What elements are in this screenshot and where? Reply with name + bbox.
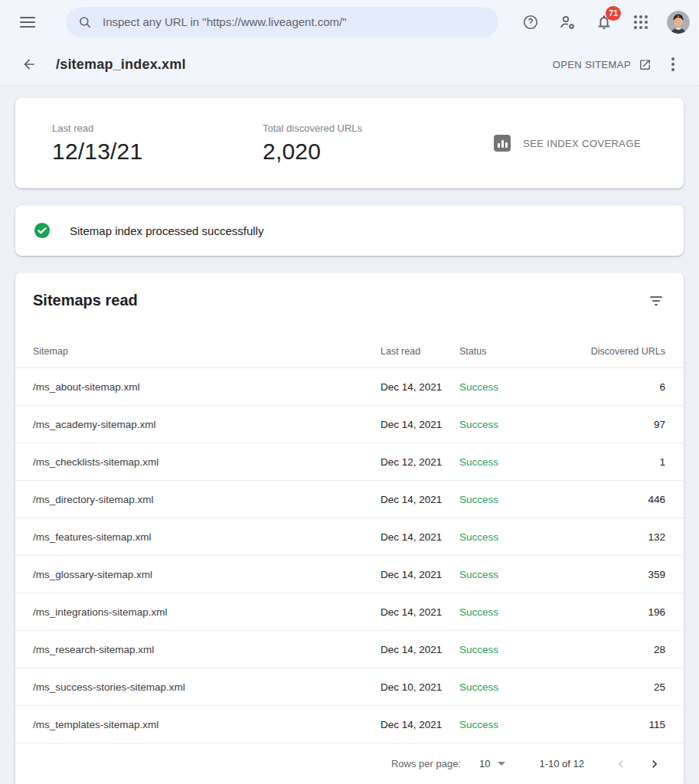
last-read-stat: Last read 12/13/21 bbox=[52, 122, 263, 165]
last-read-date: Dec 14, 2021 bbox=[381, 381, 459, 393]
apps-grid-button[interactable] bbox=[630, 11, 652, 33]
status-badge: Success bbox=[459, 419, 547, 430]
status-banner-message: Sitemap index processed successfully bbox=[70, 224, 263, 237]
total-urls-label: Total discovered URLs bbox=[263, 122, 362, 134]
last-read-date: Dec 10, 2021 bbox=[381, 681, 459, 693]
status-badge: Success bbox=[459, 381, 547, 393]
sitemap-path: /ms_directory-sitemap.xml bbox=[33, 494, 381, 505]
discovered-urls-count: 1 bbox=[547, 456, 665, 468]
last-read-date: Dec 14, 2021 bbox=[381, 644, 459, 655]
see-index-coverage-label: SEE INDEX COVERAGE bbox=[523, 138, 641, 149]
status-badge: Success bbox=[459, 569, 547, 580]
sitemap-path: /ms_about-sitemap.xml bbox=[33, 381, 381, 393]
last-read-date: Dec 14, 2021 bbox=[381, 606, 459, 618]
filter-button[interactable] bbox=[647, 293, 665, 309]
table-row[interactable]: /ms_glossary-sitemap.xml Dec 14, 2021 Su… bbox=[15, 556, 684, 593]
table-column-headers: Sitemap Last read Status Discovered URLs bbox=[15, 311, 684, 368]
open-sitemap-button[interactable]: OPEN SITEMAP bbox=[553, 58, 652, 71]
topbar-actions: 71 bbox=[520, 11, 690, 34]
sitemap-path: /ms_glossary-sitemap.xml bbox=[33, 569, 381, 580]
last-read-date: Dec 14, 2021 bbox=[381, 494, 459, 505]
sitemap-path: /ms_features-sitemap.xml bbox=[33, 531, 381, 543]
pagination-range: 1-10 of 12 bbox=[539, 758, 584, 769]
hamburger-menu-button[interactable] bbox=[17, 11, 38, 33]
back-arrow-icon bbox=[21, 57, 37, 72]
sitemaps-read-card: Sitemaps read Sitemap Last read Status D… bbox=[15, 273, 684, 784]
kebab-menu-icon bbox=[671, 57, 675, 71]
table-pagination: Rows per page: 10 1-10 of 12 bbox=[15, 743, 684, 784]
bar-chart-icon bbox=[494, 135, 511, 152]
sitemap-path: /ms_academy-sitemap.xml bbox=[33, 419, 381, 430]
last-read-label: Last read bbox=[52, 122, 263, 134]
discovered-urls-count: 132 bbox=[547, 531, 665, 543]
last-read-value: 12/13/21 bbox=[52, 139, 263, 165]
status-badge: Success bbox=[459, 606, 547, 618]
total-urls-value: 2,020 bbox=[263, 139, 362, 165]
table-row[interactable]: /ms_research-sitemap.xml Dec 14, 2021 Su… bbox=[15, 631, 684, 668]
see-index-coverage-button[interactable]: SEE INDEX COVERAGE bbox=[494, 135, 641, 152]
hamburger-menu-icon bbox=[20, 17, 35, 28]
rows-per-page-value[interactable]: 10 bbox=[479, 758, 490, 769]
status-badge: Success bbox=[459, 531, 547, 543]
help-icon bbox=[522, 14, 539, 31]
table-row[interactable]: /ms_success-stories-sitemap.xml Dec 10, … bbox=[15, 668, 684, 706]
page-title: /sitemap_index.xml bbox=[56, 57, 186, 73]
apps-grid-icon bbox=[634, 15, 648, 29]
sitemap-path: /ms_success-stories-sitemap.xml bbox=[33, 681, 381, 693]
status-badge: Success bbox=[459, 644, 547, 655]
column-header-status: Status bbox=[459, 346, 547, 357]
discovered-urls-count: 196 bbox=[547, 606, 665, 618]
check-circle-icon bbox=[34, 222, 51, 239]
discovered-urls-count: 97 bbox=[547, 419, 665, 430]
last-read-date: Dec 14, 2021 bbox=[381, 719, 459, 730]
table-row[interactable]: /ms_templates-sitemap.xml Dec 14, 2021 S… bbox=[15, 706, 684, 743]
discovered-urls-count: 6 bbox=[547, 381, 665, 393]
sitemap-path: /ms_research-sitemap.xml bbox=[33, 644, 381, 655]
top-app-bar: 71 bbox=[0, 0, 699, 44]
chevron-left-icon bbox=[613, 756, 629, 772]
notifications-button[interactable]: 71 bbox=[593, 11, 615, 33]
page-header: /sitemap_index.xml OPEN SITEMAP bbox=[0, 44, 699, 86]
back-button[interactable] bbox=[18, 54, 40, 75]
discovered-urls-count: 359 bbox=[547, 569, 665, 580]
column-header-sitemap: Sitemap bbox=[33, 346, 381, 357]
status-badge: Success bbox=[459, 681, 547, 693]
more-options-button[interactable] bbox=[662, 54, 684, 75]
open-sitemap-label: OPEN SITEMAP bbox=[553, 59, 631, 70]
user-settings-button[interactable] bbox=[557, 11, 578, 33]
filter-icon bbox=[650, 296, 662, 298]
help-button[interactable] bbox=[520, 11, 541, 33]
last-read-date: Dec 12, 2021 bbox=[381, 456, 459, 468]
url-inspect-searchbar[interactable] bbox=[66, 7, 498, 38]
discovered-urls-count: 28 bbox=[547, 644, 665, 655]
column-header-discovered-urls: Discovered URLs bbox=[547, 346, 665, 357]
discovered-urls-count: 446 bbox=[547, 494, 665, 505]
sitemap-path: /ms_integrations-sitemap.xml bbox=[33, 606, 381, 618]
status-badge: Success bbox=[459, 456, 547, 468]
sitemap-path: /ms_templates-sitemap.xml bbox=[33, 719, 381, 730]
sitemap-rows: /ms_about-sitemap.xml Dec 14, 2021 Succe… bbox=[15, 368, 684, 743]
table-row[interactable]: /ms_features-sitemap.xml Dec 14, 2021 Su… bbox=[15, 518, 684, 556]
search-input[interactable] bbox=[103, 15, 486, 28]
summary-card: Last read 12/13/21 Total discovered URLs… bbox=[15, 98, 684, 188]
table-row[interactable]: /ms_about-sitemap.xml Dec 14, 2021 Succe… bbox=[15, 368, 684, 406]
content-area: Last read 12/13/21 Total discovered URLs… bbox=[0, 98, 699, 784]
open-in-new-icon bbox=[639, 58, 652, 71]
dropdown-arrow-icon[interactable] bbox=[498, 762, 505, 766]
rows-per-page-label: Rows per page: bbox=[391, 758, 461, 769]
status-badge: Success bbox=[459, 719, 547, 730]
table-title: Sitemaps read bbox=[33, 292, 138, 309]
status-banner: Sitemap index processed successfully bbox=[15, 205, 684, 256]
search-icon bbox=[78, 15, 92, 29]
table-row[interactable]: /ms_academy-sitemap.xml Dec 14, 2021 Suc… bbox=[15, 406, 684, 443]
table-row[interactable]: /ms_directory-sitemap.xml Dec 14, 2021 S… bbox=[15, 481, 684, 518]
next-page-button[interactable] bbox=[647, 756, 662, 772]
previous-page-button[interactable] bbox=[613, 756, 629, 772]
manage-accounts-icon bbox=[558, 13, 577, 31]
table-row[interactable]: /ms_checklists-sitemap.xml Dec 12, 2021 … bbox=[15, 443, 684, 481]
total-urls-stat: Total discovered URLs 2,020 bbox=[263, 122, 362, 165]
last-read-date: Dec 14, 2021 bbox=[381, 531, 459, 543]
table-row[interactable]: /ms_integrations-sitemap.xml Dec 14, 202… bbox=[15, 593, 684, 631]
avatar[interactable] bbox=[667, 11, 690, 34]
column-header-last-read: Last read bbox=[381, 346, 459, 357]
